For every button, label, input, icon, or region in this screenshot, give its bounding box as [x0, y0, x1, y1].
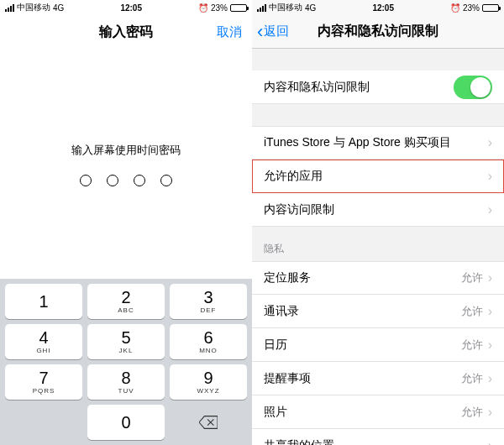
- clock: 12:05: [120, 3, 142, 13]
- key-number: 7: [39, 369, 48, 386]
- key-letters: WXYZ: [197, 387, 219, 395]
- keypad-key-9[interactable]: 9WXYZ: [170, 364, 247, 400]
- battery-percent: 23%: [211, 3, 228, 13]
- toggle-row-restrictions[interactable]: 内容和隐私访问限制: [252, 71, 504, 104]
- passcode-dot: [134, 175, 145, 186]
- settings-row[interactable]: 内容访问限制›: [252, 193, 504, 227]
- nav-title: 输入密码: [99, 24, 153, 41]
- cell-label: 共享我的位置: [264, 438, 334, 446]
- settings-row[interactable]: 共享我的位置›: [252, 429, 504, 445]
- cell-label: 日历: [264, 338, 287, 353]
- key-number: 0: [121, 414, 130, 431]
- backspace-icon: [199, 416, 218, 429]
- back-button[interactable]: ‹ 返回: [257, 23, 289, 41]
- key-letters: GHI: [36, 347, 50, 354]
- passcode-dot: [80, 175, 92, 186]
- settings-row[interactable]: 提醒事项允许›: [252, 362, 504, 395]
- chevron-left-icon: ‹: [257, 23, 263, 41]
- cell-label: 提醒事项: [264, 371, 311, 386]
- cell-value: 允许: [461, 304, 483, 319]
- key-number: 9: [203, 369, 213, 386]
- cell-label: 照片: [264, 405, 287, 420]
- nav-bar: 输入密码 取消: [0, 15, 252, 49]
- key-letters: PQRS: [33, 387, 55, 395]
- key-letters: ABC: [118, 306, 134, 314]
- signal-bars-icon: [5, 4, 14, 12]
- cell-value: 允许: [461, 405, 483, 420]
- cell-label: iTunes Store 与 App Store 购买项目: [264, 135, 451, 150]
- key-number: 2: [121, 289, 130, 306]
- passcode-dots: [0, 175, 252, 186]
- chevron-right-icon: ›: [488, 438, 492, 446]
- passcode-prompt: 输入屏幕使用时间密码: [0, 143, 252, 158]
- key-number: 5: [121, 329, 130, 346]
- passcode-screen: 中国移动 4G 12:05 ⏰ 23% 输入密码 取消 输入屏幕使用时间密码 1…: [0, 0, 252, 445]
- keypad-key-2[interactable]: 2ABC: [87, 284, 165, 319]
- nav-title: 内容和隐私访问限制: [318, 23, 438, 40]
- settings-row[interactable]: 照片允许›: [252, 395, 504, 429]
- chevron-right-icon: ›: [488, 405, 492, 420]
- carrier-label: 中国移动: [17, 2, 50, 13]
- keypad-key-1[interactable]: 1: [5, 284, 82, 319]
- settings-row[interactable]: 允许的应用›: [252, 160, 504, 193]
- key-letters: JKL: [119, 347, 134, 354]
- battery-icon: [230, 4, 247, 12]
- nav-bar: ‹ 返回 内容和隐私访问限制: [252, 15, 504, 49]
- settings-row[interactable]: 定位服务允许›: [252, 261, 504, 295]
- chevron-right-icon: ›: [488, 304, 492, 319]
- cell-label: 定位服务: [264, 270, 311, 285]
- battery-icon: [482, 4, 499, 12]
- settings-row[interactable]: 通讯录允许›: [252, 295, 504, 328]
- passcode-dot: [160, 175, 172, 186]
- cell-value: 允许: [461, 371, 483, 386]
- cell-value: 允许: [461, 270, 483, 285]
- key-number: 1: [39, 293, 48, 310]
- chevron-right-icon: ›: [488, 371, 492, 386]
- keypad-key-8[interactable]: 8TUV: [87, 364, 165, 400]
- alarm-icon: ⏰: [450, 3, 460, 13]
- cell-label: 通讯录: [264, 304, 299, 319]
- chevron-right-icon: ›: [488, 202, 492, 217]
- key-number: 8: [121, 369, 130, 386]
- cell-label: 内容访问限制: [264, 202, 334, 217]
- key-number: 4: [39, 329, 48, 346]
- section-header-privacy: 隐私: [252, 227, 504, 261]
- cell-value: 允许: [461, 338, 483, 353]
- cell-label: 允许的应用: [264, 169, 323, 184]
- carrier-label: 中国移动: [269, 2, 302, 13]
- keypad-key-6[interactable]: 6MNO: [170, 324, 247, 359]
- key-number: 3: [203, 289, 213, 306]
- toggle-on[interactable]: [454, 76, 492, 99]
- signal-bars-icon: [257, 4, 266, 12]
- key-number: 6: [203, 329, 213, 346]
- keypad-key-7[interactable]: 7PQRS: [5, 364, 82, 400]
- status-bar: 中国移动 4G 12:05 ⏰ 23%: [252, 0, 504, 15]
- cancel-button[interactable]: 取消: [217, 24, 242, 40]
- chevron-right-icon: ›: [488, 135, 492, 150]
- backspace-key[interactable]: [170, 405, 247, 440]
- settings-row[interactable]: 日历允许›: [252, 328, 504, 362]
- passcode-dot: [107, 175, 118, 186]
- chevron-right-icon: ›: [488, 338, 492, 353]
- key-letters: DEF: [201, 306, 217, 314]
- keypad-blank: [5, 405, 82, 440]
- keypad-key-0[interactable]: 0: [87, 405, 165, 440]
- chevron-right-icon: ›: [488, 169, 492, 184]
- chevron-right-icon: ›: [488, 270, 492, 285]
- alarm-icon: ⏰: [198, 3, 208, 13]
- keypad-key-3[interactable]: 3DEF: [170, 284, 247, 319]
- key-letters: TUV: [118, 387, 134, 395]
- key-letters: MNO: [199, 347, 218, 354]
- settings-row[interactable]: iTunes Store 与 App Store 购买项目›: [252, 126, 504, 160]
- back-label: 返回: [264, 24, 289, 39]
- numeric-keypad: 12ABC3DEF4GHI5JKL6MNO7PQRS8TUV9WXYZ0: [0, 279, 252, 445]
- status-bar: 中国移动 4G 12:05 ⏰ 23%: [0, 0, 252, 15]
- battery-percent: 23%: [463, 3, 480, 13]
- cell-label: 内容和隐私访问限制: [264, 80, 370, 95]
- restrictions-screen: 中国移动 4G 12:05 ⏰ 23% ‹ 返回 内容和隐私访问限制 内容和隐私…: [252, 0, 504, 445]
- clock: 12:05: [372, 3, 394, 13]
- network-label: 4G: [53, 3, 64, 13]
- keypad-key-4[interactable]: 4GHI: [5, 324, 82, 359]
- network-label: 4G: [305, 3, 316, 13]
- keypad-key-5[interactable]: 5JKL: [87, 324, 165, 359]
